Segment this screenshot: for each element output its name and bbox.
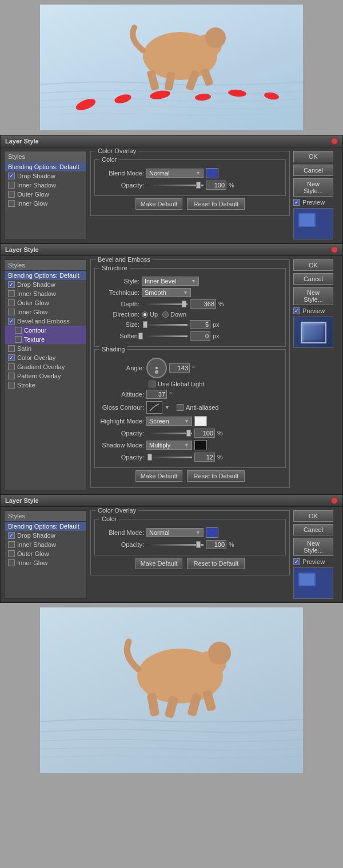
sidebar-label: Stroke xyxy=(17,382,35,389)
sidebar-item-stroke-2[interactable]: Stroke xyxy=(5,381,86,390)
ok-button-3[interactable]: OK xyxy=(293,510,333,522)
blend-mode-select-1[interactable]: Normal ▼ xyxy=(146,169,204,178)
sidebar-item-contour-2[interactable]: Contour xyxy=(5,326,86,335)
technique-select[interactable]: Smooth ▼ xyxy=(142,288,191,297)
opacity-input-1[interactable]: 100 xyxy=(206,181,226,190)
highlight-mode-select[interactable]: Screen ▼ xyxy=(146,417,192,426)
soften-input[interactable] xyxy=(190,331,210,341)
preview-checkbox-1[interactable] xyxy=(293,199,300,206)
close-button-2[interactable] xyxy=(331,246,338,253)
cancel-button-bevel[interactable]: Cancel xyxy=(293,273,333,285)
checkbox-inner-shadow-3[interactable] xyxy=(8,541,15,548)
new-style-button-1[interactable]: New Style... xyxy=(293,178,333,197)
anti-aliased-checkbox[interactable] xyxy=(177,404,184,411)
shadow-mode-select[interactable]: Multiply ▼ xyxy=(146,441,192,450)
sidebar-item-inner-glow-3[interactable]: Inner Glow xyxy=(5,558,86,567)
size-slider[interactable] xyxy=(142,324,188,326)
angle-input[interactable] xyxy=(169,363,190,373)
checkbox-stroke-2[interactable] xyxy=(8,382,15,389)
checkbox-inner-glow-2[interactable] xyxy=(8,309,15,315)
sidebar-item-outer-glow-1[interactable]: Outer Glow xyxy=(5,190,86,199)
direction-down[interactable]: Down xyxy=(162,311,186,318)
depth-input[interactable] xyxy=(190,299,216,309)
sidebar-item-blending-3[interactable]: Blending Options: Default xyxy=(5,522,86,531)
shadow-color-swatch[interactable] xyxy=(194,440,207,450)
checkbox-pattern-overlay-2[interactable] xyxy=(8,373,15,379)
checkbox-satin-2[interactable] xyxy=(8,345,15,352)
blend-mode-select-3[interactable]: Normal ▼ xyxy=(146,528,204,537)
highlight-opacity-input[interactable] xyxy=(194,429,215,438)
ok-button-bevel[interactable]: OK xyxy=(293,259,333,271)
reset-default-button-1[interactable]: Reset to Default xyxy=(187,198,245,210)
highlight-color-swatch[interactable] xyxy=(194,416,207,426)
sidebar-item-drop-shadow-1[interactable]: Drop Shadow xyxy=(5,171,86,181)
make-default-button-3[interactable]: Make Default xyxy=(135,558,183,569)
sidebar-item-drop-shadow-2[interactable]: Drop Shadow xyxy=(5,280,86,289)
radio-down[interactable] xyxy=(162,311,169,318)
altitude-input[interactable] xyxy=(146,390,167,399)
checkbox-outer-glow-3[interactable] xyxy=(8,550,15,557)
sidebar-item-gradient-overlay-2[interactable]: Gradient Overlay xyxy=(5,362,86,371)
depth-slider[interactable] xyxy=(142,303,188,305)
preview-checkbox-bevel[interactable] xyxy=(293,307,300,314)
checkbox-inner-shadow-1[interactable] xyxy=(8,182,15,189)
checkbox-inner-glow-3[interactable] xyxy=(8,559,15,566)
sidebar-item-inner-glow-1[interactable]: Inner Glow xyxy=(5,199,86,208)
reset-default-button-3[interactable]: Reset to Default xyxy=(187,558,245,569)
size-input[interactable] xyxy=(190,320,210,329)
shadow-opacity-slider[interactable] xyxy=(146,457,192,458)
checkbox-outer-glow-1[interactable] xyxy=(8,191,15,198)
checkbox-bevel-2[interactable] xyxy=(8,318,15,325)
color-swatch-1[interactable] xyxy=(206,168,218,178)
radio-up[interactable] xyxy=(142,311,148,318)
new-style-button-3[interactable]: New Style... xyxy=(293,538,333,556)
section-color-3: Color Blend Mode: Normal ▼ Opacity: xyxy=(94,519,286,555)
sidebar-item-inner-shadow-1[interactable]: Inner Shadow xyxy=(5,181,86,190)
soften-slider[interactable] xyxy=(142,335,188,337)
highlight-opacity-slider[interactable] xyxy=(146,433,192,434)
checkbox-contour-2[interactable] xyxy=(15,327,22,334)
new-style-button-bevel[interactable]: New Style... xyxy=(293,287,333,305)
reset-default-button-bevel[interactable]: Reset to Default xyxy=(187,470,245,482)
style-select[interactable]: Inner Bevel ▼ xyxy=(142,277,199,286)
angle-dial[interactable] xyxy=(146,358,167,378)
sidebar-item-texture-2[interactable]: Texture xyxy=(5,335,86,344)
sidebar-item-blending-2[interactable]: Blending Options: Default xyxy=(5,271,86,280)
checkbox-inner-glow-1[interactable] xyxy=(8,200,15,207)
checkbox-color-overlay-2[interactable] xyxy=(8,354,15,361)
sidebar-item-blending-options-1[interactable]: Blending Options: Default xyxy=(5,162,86,171)
checkbox-drop-shadow-2[interactable] xyxy=(8,281,15,288)
checkbox-outer-glow-2[interactable] xyxy=(8,299,15,306)
close-button-3[interactable] xyxy=(331,497,338,504)
sidebar-item-outer-glow-3[interactable]: Outer Glow xyxy=(5,549,86,558)
color-swatch-3[interactable] xyxy=(206,527,218,538)
sidebar-item-inner-glow-2[interactable]: Inner Glow xyxy=(5,307,86,317)
opacity-slider-1[interactable] xyxy=(146,185,204,186)
sidebar-item-pattern-overlay-2[interactable]: Pattern Overlay xyxy=(5,371,86,381)
sidebar-item-satin-2[interactable]: Satin xyxy=(5,344,86,353)
checkbox-gradient-overlay-2[interactable] xyxy=(8,363,15,370)
checkbox-texture-2[interactable] xyxy=(15,336,22,343)
sidebar-item-outer-glow-2[interactable]: Outer Glow xyxy=(5,298,86,307)
opacity-input-3[interactable] xyxy=(206,540,226,549)
sidebar-item-inner-shadow-2[interactable]: Inner Shadow xyxy=(5,289,86,298)
checkbox-drop-shadow-1[interactable] xyxy=(8,173,15,179)
gloss-contour-preview[interactable] xyxy=(146,401,162,414)
cancel-button-1[interactable]: Cancel xyxy=(293,165,333,176)
preview-checkbox-3[interactable] xyxy=(293,558,300,565)
direction-up[interactable]: Up xyxy=(142,311,158,318)
ok-button-1[interactable]: OK xyxy=(293,151,333,162)
checkbox-drop-shadow-3[interactable] xyxy=(8,532,15,539)
shadow-opacity-input[interactable] xyxy=(194,453,215,462)
opacity-slider-3[interactable] xyxy=(146,544,204,546)
close-button-1[interactable] xyxy=(331,138,338,145)
sidebar-item-bevel-emboss-2[interactable]: Bevel and Emboss xyxy=(5,317,86,326)
checkbox-inner-shadow-2[interactable] xyxy=(8,290,15,297)
global-light-checkbox[interactable] xyxy=(149,381,155,387)
make-default-button-1[interactable]: Make Default xyxy=(135,198,183,210)
make-default-button-bevel[interactable]: Make Default xyxy=(135,470,183,482)
sidebar-item-inner-shadow-3[interactable]: Inner Shadow xyxy=(5,540,86,549)
sidebar-item-drop-shadow-3[interactable]: Drop Shadow xyxy=(5,531,86,540)
cancel-button-3[interactable]: Cancel xyxy=(293,524,333,535)
sidebar-item-color-overlay-2[interactable]: Color Overlay xyxy=(5,353,86,362)
